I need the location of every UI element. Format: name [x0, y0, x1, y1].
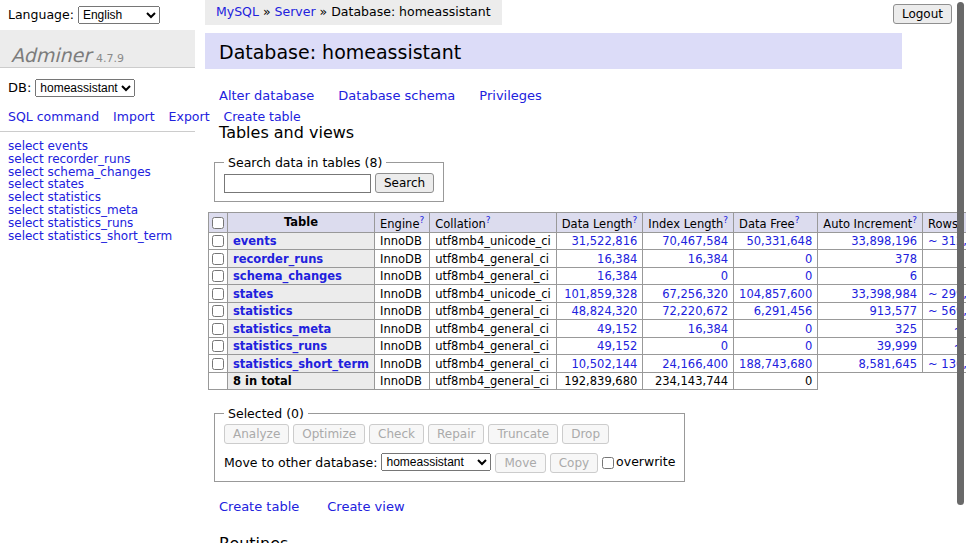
create-links: Create tableCreate view	[219, 499, 950, 514]
sidebar-select-events[interactable]: select events	[8, 140, 187, 153]
breadcrumb-mysql-link[interactable]: MySQL	[216, 4, 259, 19]
create-view-link[interactable]: Create view	[327, 499, 404, 514]
breadcrumb-current: Database: homeassistant	[331, 4, 490, 19]
row-checkbox[interactable]	[212, 358, 224, 370]
data-length-link[interactable]: 10,502,144	[571, 357, 637, 371]
row-checkbox[interactable]	[212, 323, 224, 335]
auto-increment-cell: 8,581,645	[818, 355, 923, 373]
index-length-link[interactable]: 16,384	[688, 322, 728, 336]
row-checkbox[interactable]	[212, 253, 224, 265]
table-name-link[interactable]: statistics_meta	[233, 322, 331, 336]
column-header-data-length: Data Length?	[556, 213, 643, 233]
table-row: statistics_short_term InnoDB utf8mb4_gen…	[209, 355, 966, 373]
data-length-link[interactable]: 49,152	[597, 339, 637, 353]
row-checkbox[interactable]	[212, 305, 224, 317]
database-schema-link[interactable]: Database schema	[338, 88, 455, 103]
data-length-link[interactable]: 101,859,328	[564, 287, 637, 301]
auto-increment-link[interactable]: 913,577	[869, 304, 917, 318]
scrollbar-thumb[interactable]	[957, 2, 964, 505]
index-length-help-link[interactable]: ?	[723, 215, 728, 225]
search-button[interactable]: Search	[375, 173, 434, 193]
row-checkbox[interactable]	[212, 288, 224, 300]
data-free-link[interactable]: 104,857,600	[739, 287, 812, 301]
auto-increment-link[interactable]: 33,398,984	[851, 287, 917, 301]
table-name-cell: statistics	[228, 302, 375, 320]
index-length-cell: 72,220,672	[643, 302, 734, 320]
collation-help-link[interactable]: ?	[486, 215, 491, 225]
index-length-cell: 16,384	[643, 320, 734, 338]
table-name-link[interactable]: states	[233, 287, 273, 301]
data-length-link[interactable]: 16,384	[597, 252, 637, 266]
data-free-cell: 6,291,456	[734, 302, 818, 320]
engine-help-link[interactable]: ?	[419, 215, 424, 225]
sidebar-select-statistics-runs[interactable]: select statistics_runs	[8, 217, 187, 230]
search-input[interactable]	[224, 174, 371, 193]
sidebar-select-statistics-meta[interactable]: select statistics_meta	[8, 204, 187, 217]
index-length-link[interactable]: 16,384	[688, 252, 728, 266]
collation-cell: utf8mb4_general_ci	[430, 302, 557, 320]
auto-increment-link[interactable]: 378	[895, 252, 917, 266]
language-bar: Language:English	[0, 0, 195, 30]
row-checkbox[interactable]	[212, 270, 224, 282]
table-name-link[interactable]: events	[233, 234, 277, 248]
data-length-link[interactable]: 49,152	[597, 322, 637, 336]
data-free-link[interactable]: 6,291,456	[754, 304, 813, 318]
auto-increment-help-link[interactable]: ?	[912, 215, 917, 225]
index-length-link[interactable]: 0	[721, 269, 728, 283]
table-name-link[interactable]: statistics	[233, 304, 293, 318]
total-engine-cell: InnoDB	[375, 372, 430, 389]
data-free-link[interactable]: 0	[805, 269, 812, 283]
language-select[interactable]: English	[78, 6, 160, 24]
breadcrumb-server-link[interactable]: Server	[275, 4, 316, 19]
index-length-link[interactable]: 67,256,320	[662, 287, 728, 301]
data-free-help-link[interactable]: ?	[795, 215, 800, 225]
privileges-link[interactable]: Privileges	[479, 88, 542, 103]
auto-increment-cell: 913,577	[818, 302, 923, 320]
export-link[interactable]: Export	[169, 109, 210, 124]
overwrite-checkbox[interactable]	[602, 457, 614, 469]
sidebar-select-statistics-short-term[interactable]: select statistics_short_term	[8, 230, 187, 243]
data-free-link[interactable]: 188,743,680	[739, 357, 812, 371]
sidebar-select-recorder-runs[interactable]: select recorder_runs	[8, 153, 187, 166]
table-name-link[interactable]: recorder_runs	[233, 252, 323, 266]
data-free-link[interactable]: 0	[805, 322, 812, 336]
auto-increment-link[interactable]: 39,999	[877, 339, 917, 353]
index-length-link[interactable]: 0	[721, 339, 728, 353]
row-checkbox[interactable]	[212, 340, 224, 352]
index-length-link[interactable]: 24,166,400	[662, 357, 728, 371]
selected-buttons-row: AnalyzeOptimizeCheckRepairTruncateDrop	[224, 424, 675, 444]
data-length-link[interactable]: 16,384	[597, 269, 637, 283]
auto-increment-link[interactable]: 325	[895, 322, 917, 336]
table-name-link[interactable]: statistics_short_term	[233, 357, 369, 371]
auto-increment-link[interactable]: 33,898,196	[851, 234, 917, 248]
table-row: states InnoDB utf8mb4_unicode_ci 101,859…	[209, 285, 966, 303]
data-free-link[interactable]: 0	[805, 252, 812, 266]
index-length-link[interactable]: 72,220,672	[662, 304, 728, 318]
data-length-help-link[interactable]: ?	[633, 215, 638, 225]
collation-cell: utf8mb4_unicode_ci	[430, 232, 557, 250]
logout-button[interactable]: Logout	[893, 4, 952, 24]
data-length-link[interactable]: 48,824,320	[571, 304, 637, 318]
auto-increment-link[interactable]: 8,581,645	[859, 357, 918, 371]
alter-database-link[interactable]: Alter database	[219, 88, 314, 103]
table-name-link[interactable]: schema_changes	[233, 269, 342, 283]
move-database-select[interactable]: homeassistant	[381, 453, 491, 471]
data-length-cell: 49,152	[556, 320, 643, 338]
column-header-index-length: Index Length?	[643, 213, 734, 233]
row-checkbox[interactable]	[212, 235, 224, 247]
index-length-link[interactable]: 70,467,584	[662, 234, 728, 248]
auto-increment-link[interactable]: 6	[910, 269, 917, 283]
auto-increment-cell: 6	[818, 267, 923, 285]
data-length-link[interactable]: 31,522,816	[571, 234, 637, 248]
db-select[interactable]: homeassistant	[35, 79, 135, 97]
data-free-link[interactable]: 50,331,648	[746, 234, 812, 248]
table-name-link[interactable]: statistics_runs	[233, 339, 327, 353]
sql-command-link[interactable]: SQL command	[8, 109, 99, 124]
data-free-link[interactable]: 0	[805, 339, 812, 353]
column-header-auto-increment: Auto Increment?	[818, 213, 923, 233]
select-all-checkbox[interactable]	[212, 217, 224, 229]
create-table-link[interactable]: Create table	[219, 499, 299, 514]
page-title: Database: homeassistant	[205, 33, 902, 69]
import-link[interactable]: Import	[113, 109, 155, 124]
total-index-length-cell: 234,143,744	[643, 372, 734, 389]
